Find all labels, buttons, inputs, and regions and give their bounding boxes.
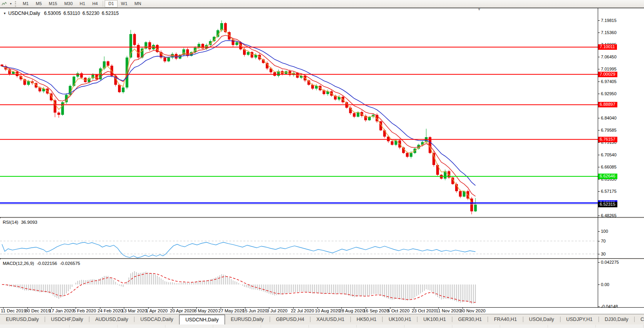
status-cell-separator xyxy=(643,325,644,328)
macd-tick-mark xyxy=(598,285,600,285)
status-cell-separator xyxy=(165,325,165,328)
tab-hk50-h1[interactable]: HK50,H1 xyxy=(351,314,383,324)
date-label: 20 Apr 2020 xyxy=(170,308,194,313)
tab-gbpusd-h4[interactable]: GBPUSD,H4 xyxy=(270,314,310,324)
timeframe-group: M1M5M15M30H1H4D1W1MN xyxy=(19,0,145,7)
status-cell-separator xyxy=(308,325,309,328)
tab-uk100-h1[interactable]: UK100,H1 xyxy=(383,314,417,324)
quote-close: 6.52315 xyxy=(102,11,119,16)
date-label: 17 Jan 2020 xyxy=(49,308,74,313)
timeframe-h4[interactable]: H4 xyxy=(89,0,101,7)
timeframe-d1[interactable]: D1 xyxy=(105,0,117,7)
timeframe-h1[interactable]: H1 xyxy=(76,0,89,7)
price-tick-label: 6.97405 xyxy=(601,79,617,84)
date-label: 30 Nov 2020 xyxy=(460,308,486,313)
date-axis: 11 Dec 201930 Dec 201917 Jan 20205 Feb 2… xyxy=(0,308,644,314)
panel-collapse-icon[interactable]: ▼ xyxy=(477,8,481,11)
quote-high: 6.53110 xyxy=(63,11,80,16)
toolbar-grip[interactable] xyxy=(15,1,17,7)
timeframe-m5[interactable]: M5 xyxy=(32,0,45,7)
chart-menu-triangle-icon[interactable]: ▼ xyxy=(3,12,6,15)
tab-eurusd-daily[interactable]: EURUSD,Daily xyxy=(0,314,45,324)
tabs-holder: EURUSD,DailyUSDCHF,DailyAUDUSD,DailyUSDC… xyxy=(0,314,644,324)
macd-signal-value: -0.026575 xyxy=(60,261,80,266)
tab-usdcad-daily[interactable]: USDCAD,Daily xyxy=(134,314,179,324)
price-tick-mark xyxy=(598,20,600,21)
price-badge-6.52315: 6.52315 xyxy=(598,202,617,207)
price-badge-7.10011: 7.10011 xyxy=(598,44,617,50)
date-label: 1 Apr 2020 xyxy=(146,308,168,313)
price-tick-mark xyxy=(598,82,600,82)
price-badge-6.62646: 6.62646 xyxy=(598,174,617,179)
timeframe-m30[interactable]: M30 xyxy=(61,0,76,7)
price-tick-mark xyxy=(598,191,600,192)
tab-usdcnh-daily[interactable]: USDCNH,Daily xyxy=(179,315,225,324)
price-tick-label: 7.19815 xyxy=(601,18,617,23)
price-tick-mark xyxy=(598,167,600,167)
tab-eurusd-daily[interactable]: EURUSD,Daily xyxy=(225,314,270,324)
status-cell-separator xyxy=(452,325,452,328)
tab-fra40-h1[interactable]: FRA40,H1 xyxy=(488,314,522,324)
price-tick-label: 7.01995 xyxy=(601,67,617,71)
tab-xauusd-h1[interactable]: XAUUSD,H1 xyxy=(310,314,350,324)
status-cell-separator xyxy=(213,325,213,328)
macd-tick-label: 0.00 xyxy=(601,282,609,287)
tab-china300-h1[interactable]: CHINA300,H1 xyxy=(635,314,644,324)
rsi-name: RSI(14) xyxy=(3,220,18,225)
tab-dj30-daily[interactable]: DJ30,Daily xyxy=(599,314,634,324)
price-badge-6.88897: 6.88897 xyxy=(598,102,617,107)
price-tick-mark xyxy=(598,57,600,57)
date-label: 3 Jul 2020 xyxy=(267,308,287,313)
date-label: 10 Aug 2020 xyxy=(315,308,341,313)
price-badge-7.00029: 7.00029 xyxy=(598,72,617,77)
tab-usoil-daily[interactable]: USOil,Daily xyxy=(523,314,560,324)
price-badge-6.76157: 6.76157 xyxy=(598,137,617,142)
tab-usdchf-daily[interactable]: USDCHF,Daily xyxy=(45,314,89,324)
timeframe-w1[interactable]: W1 xyxy=(118,0,131,7)
price-tick-label: 6.48265 xyxy=(601,213,617,218)
price-tick-mark xyxy=(598,216,600,216)
tab-ger30-h1[interactable]: GER30,H1 xyxy=(452,314,488,324)
status-strip xyxy=(0,324,644,328)
price-tick-mark xyxy=(598,130,600,130)
rsi-value: 36.9093 xyxy=(21,220,38,225)
status-cell-separator xyxy=(404,325,405,328)
tab-usdjpy-h1[interactable]: USDJPY,H1 xyxy=(561,314,599,324)
macd-name: MACD(12,26,9) xyxy=(3,261,34,266)
date-label: 24 Feb 2020 xyxy=(98,308,123,313)
macd-tick-mark xyxy=(598,262,600,263)
price-tick-mark xyxy=(598,33,600,33)
rsi-panel[interactable] xyxy=(0,218,598,258)
rsi-tick-label: 100 xyxy=(601,229,608,234)
timeframe-mn[interactable]: MN xyxy=(131,0,145,7)
macd-panel[interactable] xyxy=(0,259,598,307)
rsi-tick-label: 30 xyxy=(601,252,606,256)
price-tick-mark xyxy=(598,155,600,155)
price-tick-label: 6.66085 xyxy=(601,165,617,169)
price-tick-label: 6.92950 xyxy=(601,91,617,96)
status-cell-separator xyxy=(500,325,500,328)
date-label: 11 Nov 2020 xyxy=(436,308,461,313)
status-cell-separator xyxy=(261,325,261,328)
status-cell-separator xyxy=(595,325,596,328)
timeframe-toolbar: ▼ M1M5M15M30H1H4D1W1MN xyxy=(0,0,644,8)
date-label: 15 Jun 2020 xyxy=(243,308,267,313)
date-label: 13 Mar 2020 xyxy=(122,308,147,313)
timeframe-m15[interactable]: M15 xyxy=(45,0,61,7)
chevron-down-icon[interactable]: ▼ xyxy=(8,2,13,5)
date-label: 5 Oct 2020 xyxy=(388,308,410,313)
rsi-tick-mark xyxy=(598,231,600,232)
quote-low: 6.52230 xyxy=(82,11,99,16)
main-price-chart[interactable] xyxy=(0,8,598,217)
quote-open: 6.53005 xyxy=(44,11,61,16)
chart-line-icon[interactable] xyxy=(1,1,7,7)
timeframe-m1[interactable]: M1 xyxy=(19,0,32,7)
chart-tab-bar: EURUSD,DailyUSDCHF,DailyAUDUSD,DailyUSDC… xyxy=(0,314,644,324)
tab-audusd-daily[interactable]: AUDUSD,Daily xyxy=(89,314,134,324)
date-label: 23 Oct 2020 xyxy=(412,308,436,313)
chart-title: ▼ USDCNH,Daily 6.53005 6.53110 6.52230 6… xyxy=(3,11,121,16)
trading-platform-window: ▼ M1M5M15M30H1H4D1W1MN ▼ USDCNH,Daily 6.… xyxy=(0,0,644,328)
price-tick-label: 6.79585 xyxy=(601,128,617,132)
price-tick-label: 7.06450 xyxy=(601,54,617,59)
tab-uk100-h1[interactable]: UK100,H1 xyxy=(417,314,452,324)
